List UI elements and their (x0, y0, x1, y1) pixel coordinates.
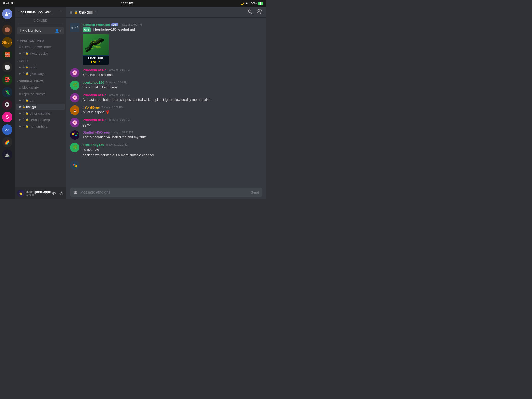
hash-icon: # (19, 105, 21, 109)
channel-name: other-displays (30, 111, 51, 115)
channel-name: the-grill (26, 105, 37, 109)
message-content: Starlight45Oreos Today at 10:11 PM That'… (83, 130, 262, 140)
chat-input-box: ⊕ Send (70, 188, 262, 197)
avatar (70, 130, 79, 140)
category-general-chats[interactable]: ▾ GENERAL CHATS (15, 77, 66, 84)
svg-point-5 (53, 192, 55, 194)
channel-qotd[interactable]: ▶ # 🔒 qotd (16, 64, 65, 70)
status-left: iPad (3, 2, 14, 5)
message-text: Yes, the autistic one (83, 72, 262, 77)
server-icon-2[interactable]: Official (2, 37, 12, 48)
hash-icon: # (23, 118, 25, 122)
message-text: thats what i like to hear (83, 85, 262, 90)
author-name[interactable]: ! YordGruc (83, 105, 100, 109)
channel-rules-and-welcome[interactable]: # rules-and-welcome (16, 44, 65, 50)
server-icon-7[interactable]: 🅦 (2, 99, 12, 110)
server-icon-6[interactable]: 🦎 (2, 87, 12, 97)
message-time: Today at 10:08 PM (102, 106, 123, 109)
message-row: 🌿 bonkchoy150 Today at 10:00 PM thats wh… (66, 79, 266, 91)
author-name[interactable]: Phantom of Ra (83, 118, 107, 122)
search-button[interactable] (247, 9, 252, 15)
category-event[interactable]: ▾ EVENT (15, 57, 66, 64)
avatar: 🌿 (70, 81, 79, 90)
svg-point-26 (77, 133, 78, 134)
hash-icon: # (23, 51, 25, 55)
channel-other-displays[interactable]: ▶ # 🔒 other-displays (16, 110, 65, 116)
channel-name: rules-and-welcome (22, 45, 51, 49)
channel-invite-poster[interactable]: ▶ # 🔒 invite-poster (16, 50, 65, 56)
message-content: ! YordGruc Today at 10:08 PM All of it i… (83, 105, 262, 115)
server-icon-10[interactable]: 🌈 (2, 137, 12, 147)
author-name[interactable]: Starlight45Oreos (83, 130, 110, 134)
author-name[interactable]: Phantom of Ra (83, 93, 107, 97)
settings-button[interactable] (59, 191, 64, 196)
author-name[interactable]: Zombot Weeabot (83, 23, 110, 27)
svg-point-25 (74, 132, 75, 134)
server-icon-4[interactable]: ⚪ (2, 62, 12, 72)
channel-name: rejected-guests (22, 92, 45, 96)
avatar: タマキ (70, 23, 79, 32)
channel-the-grill[interactable]: # 🔒 the-grill (16, 104, 65, 110)
author-name[interactable]: Phantom of Ra (83, 68, 107, 72)
channel-bar[interactable]: ▶ # 🔒 bar (16, 97, 65, 103)
message-header: Phantom of Ra Today at 10:01 PM (83, 93, 262, 97)
svg-text:🌸: 🌸 (72, 70, 77, 75)
avatar: 🦊 (70, 105, 79, 115)
channel-block-party[interactable]: # block-party (16, 84, 65, 90)
message-text: That's because yall hated me and my stuf… (83, 135, 262, 139)
channel-name: qotd (30, 65, 36, 69)
channel-rib-numbers[interactable]: ▶ # 🔒 rib-numbers (16, 123, 65, 129)
message-text: At least thats better than shitpost cent… (83, 97, 262, 102)
message-row: 🦊 ! YordGruc Today at 10:08 PM All of it… (66, 104, 266, 116)
server-header[interactable]: The Official PvZ Wiki Di... ··· (15, 7, 66, 18)
svg-point-22 (70, 130, 79, 140)
category-label: GENERAL CHATS (19, 80, 44, 83)
svg-text:🌿: 🌿 (72, 145, 77, 150)
search-user-button[interactable] (44, 191, 49, 196)
server-icon-9[interactable]: >> (2, 124, 12, 135)
message-content: Zombot Weeabot BOT Today at 10:00 PM UP!… (83, 23, 262, 65)
author-name[interactable]: bonkchoy150 (83, 143, 104, 147)
server-icon-3[interactable]: 🧱 (2, 50, 12, 60)
channel-dropdown-icon[interactable]: ▾ (95, 10, 97, 14)
avatar-svg: 🌸 (70, 68, 79, 77)
category-important-info[interactable]: ▾ IMPORTANT INFO (15, 36, 66, 43)
author-name[interactable]: bonkchoy150 (83, 81, 104, 84)
wifi-icon (10, 2, 14, 5)
server-icon-5[interactable]: 👺 (2, 75, 12, 85)
server-icon-11[interactable]: ⛰️ (2, 149, 12, 160)
channel-expand-arrow: ▶ (19, 99, 21, 102)
attachment-button[interactable]: ⊕ (73, 189, 78, 195)
mention-button[interactable] (51, 191, 57, 196)
members-button[interactable] (257, 9, 262, 15)
bot-badge: BOT (111, 23, 118, 26)
channel-name-giveaways: giveaways (30, 72, 45, 76)
message-header: Phantom of Ra Today at 10:00 PM (83, 68, 262, 72)
gear-icon (59, 191, 63, 195)
message-input[interactable] (80, 190, 248, 194)
chat-header-left: # 🔒 the-grill ▾ (70, 10, 97, 15)
message-time: Today at 10:09 PM (108, 118, 130, 121)
moon-icon: 🌙 (240, 2, 244, 5)
invite-members-button[interactable]: Invite Members 👤+ (17, 27, 64, 34)
server-options-button[interactable]: ··· (59, 10, 63, 15)
message-content: Phantom of Ra Today at 10:09 PM ggwp (83, 118, 262, 127)
bluetooth-icon: ✱ (245, 2, 248, 5)
server-icon-1[interactable]: 🟤 (2, 25, 12, 35)
send-button[interactable]: Send (251, 190, 259, 194)
server-icon-8[interactable]: S (2, 112, 12, 122)
channel-name: rib-numbers (30, 124, 48, 128)
message-time: Today at 10:00 PM (108, 69, 130, 71)
message-time: Today at 10:00 PM (106, 81, 127, 84)
hash-icon: # (19, 92, 21, 96)
svg-point-24 (75, 135, 77, 136)
chat-input-area: ⊕ Send (66, 185, 266, 200)
channel-rejected-guests[interactable]: # rejected-guests (16, 91, 65, 97)
channel-giveaways[interactable]: ▶ # 🔒 the-grill giveaways (16, 70, 65, 77)
lock-icon: 🔒 (26, 118, 29, 121)
home-server-icon[interactable] (2, 9, 12, 19)
message-text-continuation: besides we pointed out a more suitable c… (83, 153, 262, 157)
channel-expand-arrow: ▶ (19, 66, 21, 68)
channel-serious-stoop[interactable]: ▶ # 🔒 serious-stoop (16, 117, 65, 123)
username: Starlight45Oreos (26, 190, 42, 194)
